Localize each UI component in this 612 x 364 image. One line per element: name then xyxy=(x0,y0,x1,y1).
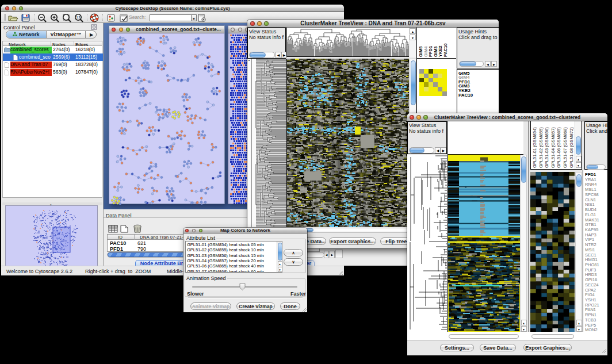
svg-text:1:1: 1:1 xyxy=(76,16,80,19)
